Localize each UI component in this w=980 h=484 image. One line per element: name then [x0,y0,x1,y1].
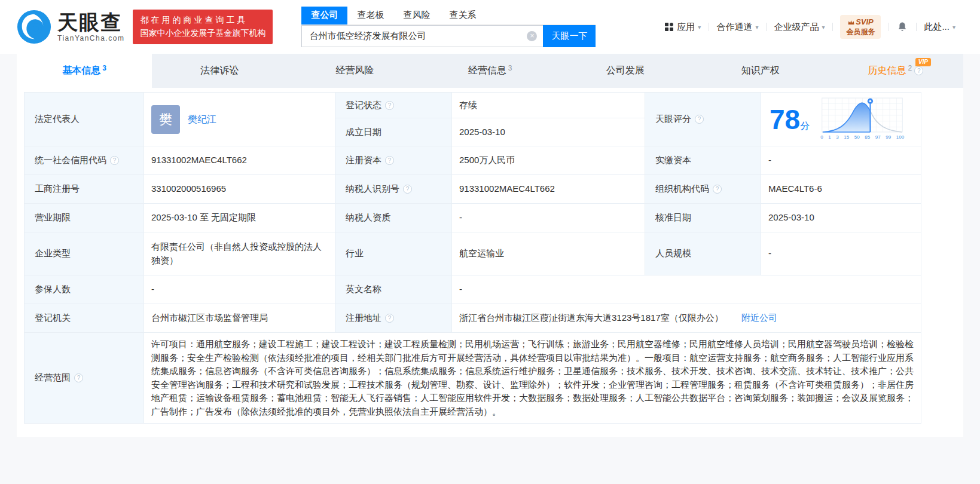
brand-domain: TianYanCha.com [57,34,124,42]
help-icon[interactable]: ? [385,156,394,165]
help-icon[interactable]: ? [713,185,722,194]
field-value-company-type: 有限责任公司（非自然人投资或控股的法人独资） [144,232,335,275]
legal-rep-link[interactable]: 樊纪江 [188,112,216,127]
help-icon[interactable]: ? [385,101,394,110]
tab-operating-risk[interactable]: 经营风险 [287,54,422,88]
search-block: 查公司 查老板 查风险 查关系 × 天眼一下 [301,7,596,47]
tab-basic-label: 基本信息 [62,65,100,77]
field-label-reg-status: 登记状态? [335,93,452,118]
basic-info-panel: 法定代表人 樊 樊纪江 登记状态? 存续 天眼评分? 78分 [17,88,963,437]
field-label-registration-authority: 登记机关 [25,304,144,333]
help-icon[interactable]: ? [695,115,704,124]
section-tabbar: 基本信息 3 法律诉讼 经营风险 经营信息 3 公司发展 知识产权 VIP 历史… [17,54,963,88]
field-label-approval-date: 核准日期 [645,204,761,232]
help-icon[interactable]: ? [74,373,83,382]
company-info-table: 法定代表人 樊 樊纪江 登记状态? 存续 天眼评分? 78分 [24,92,921,424]
search-tab-relation[interactable]: 查关系 [439,7,486,24]
tab-basic-info[interactable]: 基本信息 3 [17,54,152,88]
field-value-business-scope: 许可项目：通用航空服务；建设工程施工；建设工程设计；建设工程质量检测；民用机场运… [144,333,921,424]
nav-item-user[interactable]: 此处... ▾ [916,22,963,33]
field-value-insured-count: - [144,275,335,304]
header: 天眼查 TianYanCha.com 都在用的商业查询工具 国家中小企业发展子基… [0,0,980,54]
logo-swirl-icon [17,10,51,44]
svip-label-line1: SVIP [856,17,874,27]
search-tab-company[interactable]: 查公司 [301,7,347,24]
search-tab-risk[interactable]: 查风险 [393,7,439,24]
field-value-registration-authority: 台州市椒江区市场监督管理局 [144,304,335,333]
field-value-credit-code: 91331002MAEC4LT662 [144,146,335,175]
field-label-reg-number: 工商注册号 [25,175,144,204]
apps-grid-icon [665,23,673,31]
nav-item-svip[interactable]: SVIP 会员服务 [832,15,889,38]
field-value-english-name: - [452,275,921,304]
field-label-insured-count: 参保人数 [25,275,144,304]
field-value-taxpayer-id: 91331002MAEC4LT662 [452,175,645,204]
nav-item-partner[interactable]: 合作通道 ▾ [709,22,766,33]
score-number: 78 [770,104,800,135]
score-distribution-chart: 0131550859799100 [820,97,904,141]
bell-icon [896,21,908,33]
search-button[interactable]: 天眼一下 [543,25,596,47]
field-label-industry: 行业 [335,232,452,275]
tab-legal-litigation[interactable]: 法律诉讼 [152,54,287,88]
avatar[interactable]: 樊 [151,105,180,134]
field-label-business-scope: 经营范围? [25,333,144,424]
chevron-down-icon: ▾ [952,24,955,30]
field-value-org-code: MAEC4LT6-6 [761,175,921,204]
nav-enterprise-label: 企业级产品 [774,22,819,33]
field-value-industry: 航空运输业 [452,232,645,275]
field-label-english-name: 英文名称 [335,275,452,304]
field-label-company-type: 企业类型 [25,232,144,275]
tab-history-info[interactable]: VIP 历史信息 2 ? [828,54,963,88]
nav-item-enterprise[interactable]: 企业级产品 ▾ [766,22,832,33]
search-tab-boss[interactable]: 查老板 [347,7,393,24]
field-label-taxpayer-id: 纳税人识别号? [335,175,452,204]
nearby-companies-link[interactable]: 附近公司 [741,313,777,323]
help-icon[interactable]: ? [914,66,923,75]
search-input[interactable] [301,25,543,47]
field-value-registered-address: 浙江省台州市椒江区葭沚街道东海大道3123号1817室（仅限办公） 附近公司 [452,304,921,333]
user-name-label: 此处... [924,22,950,33]
field-label-business-term: 营业期限 [25,204,144,232]
field-value-legal-rep: 樊 樊纪江 [144,93,335,146]
svip-badge[interactable]: SVIP 会员服务 [840,15,881,38]
nav-item-apps[interactable]: 应用 ▾ [657,22,709,33]
field-value-taxpayer-qualification: - [452,204,645,232]
field-label-staff-size: 人员规模 [645,232,761,275]
tab-business-info[interactable]: 经营信息 3 [422,54,557,88]
registered-address-text: 浙江省台州市椒江区葭沚街道东海大道3123号1817室（仅限办公） [459,313,723,323]
field-value-reg-number: 331002000516965 [144,175,335,204]
field-label-est-date: 成立日期 [335,118,452,146]
nav-apps-label: 应用 [677,22,695,33]
crown-icon [848,20,854,25]
field-label-reg-capital: 注册资本? [335,146,452,175]
tab-company-development[interactable]: 公司发展 [558,54,693,88]
field-value-reg-capital: 2500万人民币 [452,146,645,175]
score-unit: 分 [800,121,810,131]
help-icon[interactable]: ? [403,185,412,194]
field-value-approval-date: 2025-03-10 [761,204,921,232]
tab-basic-count: 3 [102,64,106,72]
tab-history-count: 2 [908,64,912,72]
help-icon[interactable]: ? [110,156,119,165]
field-value-paid-capital: - [761,146,921,175]
field-label-credit-code: 统一社会信用代码? [25,146,144,175]
svip-label-line2: 会员服务 [846,27,875,36]
slogan-line2: 国家中小企业发展子基金旗下机构 [140,27,265,40]
slogan-banner: 都在用的商业查询工具 国家中小企业发展子基金旗下机构 [133,10,273,44]
vip-tag: VIP [915,58,931,66]
field-label-taxpayer-qualification: 纳税人资质 [335,204,452,232]
nav-item-notifications[interactable] [889,21,916,33]
header-nav: 应用 ▾ 合作通道 ▾ 企业级产品 ▾ SVIP 会员服务 [657,15,963,38]
tab-intellectual-property[interactable]: 知识产权 [693,54,828,88]
tianyancha-logo[interactable]: 天眼查 TianYanCha.com [17,10,124,44]
field-value-staff-size: - [761,232,921,275]
field-value-reg-status: 存续 [452,93,645,118]
tab-business-count: 3 [508,64,512,72]
chevron-down-icon: ▾ [822,24,825,30]
search-tabs: 查公司 查老板 查风险 查关系 [301,7,596,25]
field-value-business-term: 2025-03-10 至 无固定期限 [144,204,335,232]
field-value-score: 78分 [761,93,921,146]
help-icon[interactable]: ? [385,314,394,323]
brand-name: 天眼查 [57,12,124,32]
